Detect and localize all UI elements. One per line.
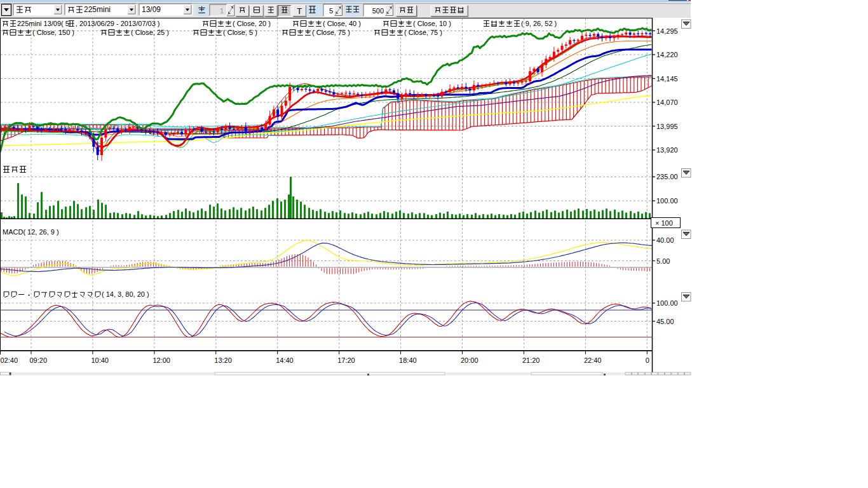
svg-text:× 100: × 100 [655,219,673,227]
svg-text:, 2013/06/29 - 2013/07/03 ): , 2013/06/29 - 2013/07/03 ) [76,20,160,27]
svg-text:13,920: 13,920 [656,146,678,154]
svg-text:225mini 13/09( 5: 225mini 13/09( 5 [17,20,69,27]
svg-text:( Close, 150 ): ( Close, 150 ) [32,29,74,36]
svg-text:14,220: 14,220 [656,51,678,58]
svg-text:22:40: 22:40 [584,356,602,364]
svg-text:( Close, 10 ): ( Close, 10 ) [413,20,451,27]
svg-text:( Close, 20 ): ( Close, 20 ) [233,20,271,27]
svg-text:21:20: 21:20 [522,356,540,364]
svg-text:12:00: 12:00 [153,356,170,364]
svg-text:T: T [297,6,302,16]
svg-text:20:00: 20:00 [461,356,478,364]
svg-text:( Close, 40 ): ( Close, 40 ) [323,20,361,27]
svg-text:( 14, 3, 80, 20 ): ( 14, 3, 80, 20 ) [102,290,149,298]
svg-text:14,295: 14,295 [656,27,678,35]
svg-text:09:20: 09:20 [30,356,48,364]
svg-text:02:40: 02:40 [1,356,18,364]
svg-text:18:40: 18:40 [399,356,417,364]
svg-text:500: 500 [372,7,384,15]
svg-text:17:20: 17:20 [337,356,355,364]
svg-text:235.00: 235.00 [656,173,678,180]
svg-text:5: 5 [329,7,333,15]
svg-text:14:40: 14:40 [276,356,294,364]
svg-text:5.00: 5.00 [656,257,670,265]
svg-text:( Close, 75 ): ( Close, 75 ) [312,29,350,36]
svg-text:MACD( 12, 26, 9 ): MACD( 12, 26, 9 ) [3,228,59,236]
svg-text:14,070: 14,070 [656,98,678,106]
svg-text:225mini: 225mini [84,5,111,14]
svg-text:13:20: 13:20 [214,356,232,364]
svg-text:( 9, 26, 52 ): ( 9, 26, 52 ) [521,20,557,27]
svg-text:14,145: 14,145 [656,75,678,83]
svg-text:( Close, 75 ): ( Close, 75 ) [404,29,442,36]
svg-text:( Close, 5 ): ( Close, 5 ) [223,29,257,36]
svg-text:100.00: 100.00 [656,299,678,307]
svg-text:13,995: 13,995 [656,123,678,130]
svg-text:1: 1 [220,7,224,15]
svg-text:13/09: 13/09 [142,5,161,14]
svg-text:100.00: 100.00 [656,197,678,205]
svg-text:40.00: 40.00 [656,236,674,244]
svg-text:( Close, 25 ): ( Close, 25 ) [131,29,169,36]
svg-text:45.00: 45.00 [656,318,674,325]
svg-text:0: 0 [646,356,649,364]
svg-text:10:40: 10:40 [91,356,109,364]
